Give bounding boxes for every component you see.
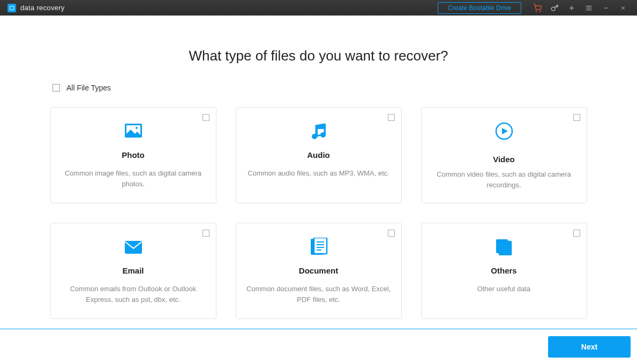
card-audio-desc: Common audio files, such as MP3, WMA, et…	[248, 168, 389, 179]
card-photo[interactable]: Photo Common image files, such as digita…	[50, 107, 216, 203]
minimize-icon[interactable]	[597, 1, 614, 16]
svg-rect-17	[324, 124, 326, 135]
card-video-title: Video	[493, 155, 515, 164]
titlebar: data recovery Create Bootable Drive	[0, 0, 637, 16]
close-icon[interactable]	[614, 1, 632, 16]
files-icon	[494, 237, 514, 256]
all-file-types-row: All File Types	[53, 84, 637, 92]
create-bootable-drive-button[interactable]: Create Bootable Drive	[438, 2, 521, 14]
all-file-types-label: All File Types	[66, 84, 111, 92]
card-video-checkbox[interactable]	[573, 114, 580, 121]
card-document[interactable]: Document Common document files, such as …	[236, 223, 402, 319]
bottom-bar: Next	[0, 329, 637, 364]
svg-rect-28	[499, 241, 511, 255]
card-audio[interactable]: Audio Common audio files, such as MP3, W…	[236, 107, 402, 203]
card-email-desc: Common emails from Outlook or Outlook Ex…	[61, 284, 206, 305]
app-logo-icon	[8, 4, 16, 12]
all-file-types-checkbox[interactable]	[53, 84, 60, 92]
card-document-title: Document	[299, 266, 338, 275]
key-icon[interactable]	[546, 1, 563, 16]
svg-point-1	[540, 11, 541, 11]
page-heading: What type of files do you want to recove…	[0, 48, 637, 64]
card-others[interactable]: Others Other useful data	[421, 223, 587, 319]
plus-icon[interactable]	[563, 1, 580, 16]
titlebar-right: Create Bootable Drive	[438, 1, 632, 16]
card-others-title: Others	[491, 266, 516, 275]
svg-rect-21	[314, 238, 327, 254]
app-title: data recovery	[20, 4, 65, 12]
card-audio-title: Audio	[307, 150, 330, 160]
card-photo-desc: Common image files, such as digital came…	[61, 168, 206, 189]
card-document-checkbox[interactable]	[388, 230, 395, 237]
card-video-desc: Common video files, such as digital came…	[432, 169, 576, 190]
titlebar-left: data recovery	[8, 4, 65, 12]
card-email-checkbox[interactable]	[203, 230, 209, 237]
card-email[interactable]: Email Common emails from Outlook or Outl…	[50, 223, 216, 319]
card-photo-checkbox[interactable]	[203, 114, 209, 121]
card-others-desc: Other useful data	[477, 284, 531, 294]
video-icon	[494, 122, 514, 141]
card-others-checkbox[interactable]	[573, 230, 580, 237]
next-button[interactable]: Next	[548, 336, 631, 358]
document-icon	[309, 237, 328, 256]
card-audio-checkbox[interactable]	[388, 114, 395, 121]
svg-point-0	[536, 11, 536, 11]
svg-rect-16	[316, 126, 318, 137]
menu-icon[interactable]	[580, 1, 597, 16]
card-video[interactable]: Video Common video files, such as digita…	[421, 107, 587, 203]
svg-rect-19	[125, 241, 142, 254]
card-email-title: Email	[122, 266, 144, 275]
email-icon	[124, 237, 143, 256]
main-content: What type of files do you want to recove…	[0, 16, 637, 319]
audio-icon	[309, 122, 328, 141]
svg-point-12	[136, 127, 138, 129]
card-document-desc: Common document files, such as Word, Exc…	[246, 284, 391, 305]
card-photo-title: Photo	[122, 150, 145, 160]
cart-icon[interactable]	[529, 1, 546, 16]
photo-icon	[124, 122, 143, 141]
file-type-cards-grid: Photo Common image files, such as digita…	[0, 107, 637, 319]
